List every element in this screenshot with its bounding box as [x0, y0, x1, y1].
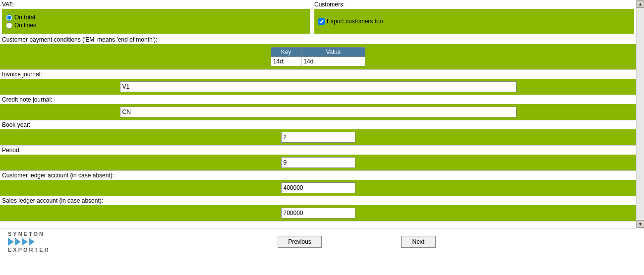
customers-options-row: Export customers too: [314, 9, 634, 34]
payment-value-input[interactable]: [303, 58, 363, 65]
customers-label: Customers:: [314, 1, 634, 8]
customer-ledger-label: Customer ledger account (in case absent)…: [0, 171, 636, 180]
arrow-4: [29, 238, 35, 246]
arrow-3: [22, 238, 28, 246]
footer-buttons: Previous Next: [278, 236, 436, 248]
export-customers-option[interactable]: Export customers too: [318, 18, 383, 25]
vat-on-lines-label: On lines: [14, 22, 36, 29]
next-button[interactable]: Next: [401, 236, 436, 248]
payment-value-cell[interactable]: [301, 57, 365, 66]
period-input[interactable]: [281, 157, 355, 168]
arrow-1: [8, 238, 14, 246]
payment-conditions-row: Key Value 14d:: [0, 44, 636, 69]
logo-area: SYNETON EXPORTER: [8, 231, 77, 253]
vat-on-total-radio[interactable]: [6, 14, 12, 21]
arrow-2: [15, 238, 21, 246]
right-scrollbar[interactable]: ▲ ▼: [636, 0, 644, 228]
book-year-input[interactable]: [281, 132, 355, 143]
invoice-journal-label: Invoice journal:: [0, 70, 636, 79]
scroll-down-button[interactable]: ▼: [637, 220, 644, 228]
sales-ledger-row: [0, 205, 636, 221]
vat-on-lines-radio[interactable]: [6, 22, 12, 29]
payment-table-key-header: Key: [271, 48, 301, 57]
payment-table-value-header: Value: [301, 48, 365, 57]
export-customers-label: Export customers too: [327, 18, 383, 25]
vat-label: VAT:: [2, 1, 310, 8]
payment-table: Key Value 14d:: [271, 47, 366, 66]
credit-note-journal-input[interactable]: [120, 107, 517, 117]
vat-on-lines-option[interactable]: On lines: [6, 22, 306, 29]
sales-ledger-label: Sales ledger account (in case absent):: [0, 196, 636, 205]
table-row: 14d:: [271, 57, 365, 66]
book-year-label: Book year:: [0, 120, 636, 129]
sales-ledger-input[interactable]: [281, 208, 355, 219]
payment-key-cell: 14d:: [271, 57, 301, 66]
customer-ledger-input[interactable]: [281, 182, 355, 193]
credit-note-journal-label: Credit note journal:: [0, 95, 636, 104]
logo-exporter: EXPORTER: [8, 247, 50, 253]
customer-ledger-row: [0, 180, 636, 196]
footer: SYNETON EXPORTER Previous Next: [0, 228, 644, 255]
previous-button[interactable]: Previous: [278, 236, 322, 248]
book-year-row: [0, 129, 636, 145]
payment-conditions-label: Customer payment conditions ('EM' means …: [0, 35, 636, 44]
vat-on-total-label: On total: [14, 14, 35, 21]
invoice-journal-row: [0, 79, 636, 95]
period-label: Period:: [0, 146, 636, 155]
logo-arrows: [8, 238, 35, 246]
vat-options-row: On total On lines: [2, 9, 310, 34]
vat-on-total-option[interactable]: On total: [6, 14, 306, 21]
period-row: [0, 155, 636, 170]
scroll-track: [637, 8, 644, 220]
export-customers-checkbox[interactable]: [318, 18, 325, 25]
credit-note-journal-row: [0, 104, 636, 120]
invoice-journal-input[interactable]: [120, 81, 517, 92]
scroll-up-button[interactable]: ▲: [637, 0, 644, 8]
logo-syneton: SYNETON: [8, 231, 45, 237]
